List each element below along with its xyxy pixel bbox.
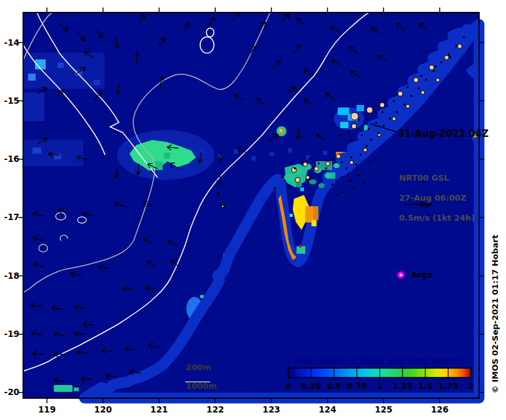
nrt-valid-time-label: 27-Aug 06:00Z [399,193,466,202]
analysis-date-label: 31-Aug-2021 04Z [398,128,488,139]
depth-contour-legend: 200m 1000m [186,362,217,391]
current-field-info-block: NRT00 GSL 27-Aug 06:00Z 0.5m/s (1kt 24h) [399,173,475,223]
svg-text:-15: -15 [4,96,19,106]
depth-200m-label: 200m [186,362,211,372]
svg-text:1.25: 1.25 [392,381,412,391]
y-axis-tick-labels: -14-15-16-17-18-19-20 [4,38,19,398]
svg-text:124: 124 [318,404,336,414]
svg-text:-19: -19 [4,329,19,339]
depth-1000m-label: 1000m [186,381,217,391]
svg-text:119: 119 [38,404,56,414]
svg-text:-16: -16 [4,154,19,164]
sst-age-map-figure: 00.250.50.7511.251.51.752 11912012112212… [0,0,506,420]
svg-text:1.75: 1.75 [438,381,458,391]
svg-text:123: 123 [263,404,280,414]
nrt-vector-scale-label: 0.5m/s (1kt 24h) [399,213,475,222]
copyright-credit: © IMOS 02-Sep-2021 01:17 Hobart [490,211,500,418]
argo-float-label: Argo [411,270,433,279]
svg-text:125: 125 [375,404,392,414]
svg-text:-20: -20 [4,387,19,397]
svg-text:121: 121 [150,404,168,414]
svg-text:0.5: 0.5 [326,381,341,391]
svg-text:1: 1 [377,381,382,391]
colorbar-title: Age (days) of filled SST (wrt latest) [281,356,475,366]
svg-text:122: 122 [206,404,224,414]
nrt-model-label: NRT00 GSL [399,173,449,182]
svg-text:2: 2 [468,381,473,391]
svg-text:126: 126 [431,404,448,414]
x-axis-tick-labels: 119120121122123124125126 [38,404,448,414]
svg-text:1.5: 1.5 [418,381,432,391]
svg-text:0: 0 [285,381,291,391]
svg-text:0.75: 0.75 [347,381,367,391]
svg-text:-18: -18 [4,271,19,281]
svg-text:-17: -17 [4,212,19,222]
colorbar-tick-labels: 00.250.50.7511.251.51.752 [285,381,473,391]
svg-text:0.25: 0.25 [301,381,321,391]
svg-text:-14: -14 [4,38,19,48]
svg-text:120: 120 [94,404,112,414]
